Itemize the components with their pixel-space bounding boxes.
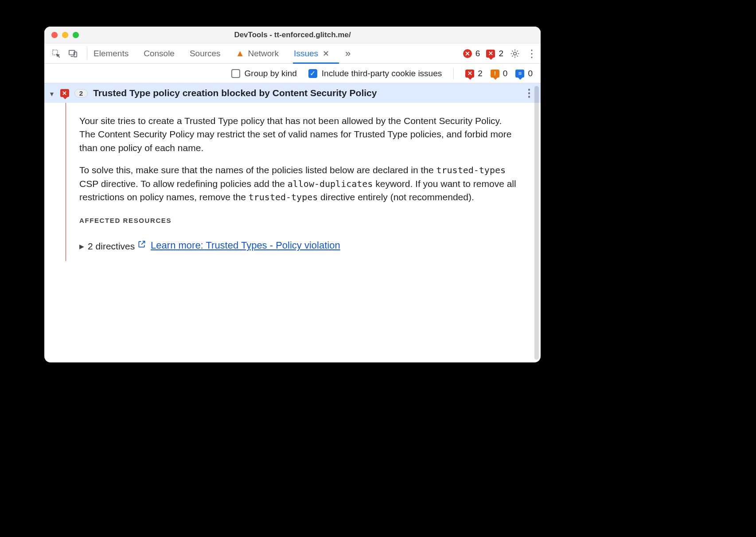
tab-sources[interactable]: Sources — [190, 43, 221, 63]
open-issues-button[interactable]: ✕ 2 — [486, 49, 503, 58]
tab-network[interactable]: ▲ Network — [236, 43, 279, 63]
divider — [87, 47, 87, 60]
window-title: DevTools - tt-enforced.glitch.me/ — [44, 31, 541, 39]
info-tag-icon: ≡ — [515, 70, 524, 78]
tab-label: Sources — [190, 49, 221, 58]
issues-count: 2 — [499, 49, 503, 58]
divider — [453, 68, 454, 79]
more-tabs-icon[interactable]: » — [345, 48, 351, 59]
error-tag-icon: ✕ — [465, 70, 474, 78]
info-issue-count[interactable]: ≡ 0 — [515, 69, 533, 78]
tab-issues[interactable]: Issues ✕ — [294, 43, 329, 63]
issue-header[interactable]: ▼ ✕ 2 Trusted Type policy creation block… — [44, 83, 541, 103]
collapse-triangle-icon: ▼ — [49, 90, 55, 97]
group-by-kind-checkbox[interactable]: Group by kind — [231, 69, 297, 78]
svg-rect-2 — [74, 52, 77, 57]
text: To solve this, make sure that the names … — [79, 165, 436, 175]
learn-more-label: Learn more: Trusted Types - Policy viola… — [151, 238, 340, 253]
settings-gear-icon[interactable] — [510, 48, 520, 59]
error-circle-icon: ✕ — [463, 49, 472, 58]
affected-resources-heading: Affected Resources — [79, 216, 518, 226]
tab-elements[interactable]: Elements — [94, 43, 129, 63]
issues-panel: ▼ ✕ 2 Trusted Type policy creation block… — [44, 83, 541, 362]
tab-label: Console — [144, 49, 175, 58]
expand-triangle-icon: ▶ — [79, 242, 84, 251]
checkbox-label: Group by kind — [245, 69, 297, 78]
external-link-icon — [137, 239, 146, 252]
error-count: 6 — [475, 49, 480, 58]
count-value: 0 — [503, 69, 508, 78]
issue-description-p1: Your site tries to create a Trusted Type… — [79, 114, 518, 155]
tab-console[interactable]: Console — [144, 43, 175, 63]
warning-tag-icon: ! — [491, 70, 499, 78]
learn-more-link[interactable]: Learn more: Trusted Types - Policy viola… — [137, 238, 340, 253]
tab-label: Elements — [94, 49, 129, 58]
issue-count-badge: 2 — [74, 89, 88, 97]
main-tabs-row: Elements Console Sources ▲ Network Issue… — [44, 43, 541, 64]
text: CSP directive. To allow redefining polic… — [79, 179, 288, 189]
close-tab-icon[interactable]: ✕ — [323, 49, 329, 58]
scrollbar[interactable] — [534, 86, 539, 360]
tab-label: Network — [248, 49, 279, 58]
code: trusted-types — [436, 165, 506, 175]
issue-body: Your site tries to create a Trusted Type… — [44, 103, 541, 261]
panel-tablist: Elements Console Sources ▲ Network Issue… — [94, 43, 351, 63]
count-value: 2 — [478, 69, 483, 78]
issue-tag-icon: ✕ — [486, 50, 495, 58]
tab-label: Issues — [294, 49, 318, 58]
window-titlebar: DevTools - tt-enforced.glitch.me/ — [44, 27, 541, 43]
checkbox-label: Include third-party cookie issues — [322, 69, 442, 78]
warning-issue-count[interactable]: ! 0 — [491, 69, 508, 78]
checkbox-unchecked-icon — [231, 69, 240, 78]
affected-resource-item[interactable]: ▶ 2 directives — [79, 240, 135, 253]
maximize-window-button[interactable] — [73, 32, 79, 38]
third-party-cookies-checkbox[interactable]: ✓ Include third-party cookie issues — [308, 69, 442, 78]
traffic-lights — [44, 32, 79, 38]
minimize-window-button[interactable] — [62, 32, 68, 38]
device-toolbar-icon[interactable] — [68, 49, 78, 58]
devtools-window: DevTools - tt-enforced.glitch.me/ — [44, 27, 541, 362]
code: allow-duplicates — [288, 179, 373, 189]
text: directive entirely (not recommended). — [318, 192, 474, 202]
affected-resource-label: 2 directives — [88, 240, 135, 253]
inspect-element-icon[interactable] — [51, 49, 61, 58]
checkbox-checked-icon: ✓ — [308, 69, 317, 78]
more-options-icon[interactable]: ⋮ — [526, 47, 537, 60]
issues-toolbar: Group by kind ✓ Include third-party cook… — [44, 64, 541, 83]
warning-icon: ▲ — [236, 48, 245, 58]
count-value: 0 — [528, 69, 533, 78]
issue-title: Trusted Type policy creation blocked by … — [93, 88, 377, 98]
issue-description-p2: To solve this, make sure that the names … — [79, 163, 518, 204]
issue-severity-icon: ✕ — [60, 89, 69, 97]
issue-more-icon[interactable]: ⋮ — [524, 87, 534, 99]
code: trusted-types — [249, 192, 318, 202]
console-errors-button[interactable]: ✕ 6 — [463, 49, 480, 58]
svg-point-3 — [514, 52, 516, 54]
close-window-button[interactable] — [51, 32, 58, 38]
error-issue-count[interactable]: ✕ 2 — [465, 69, 483, 78]
